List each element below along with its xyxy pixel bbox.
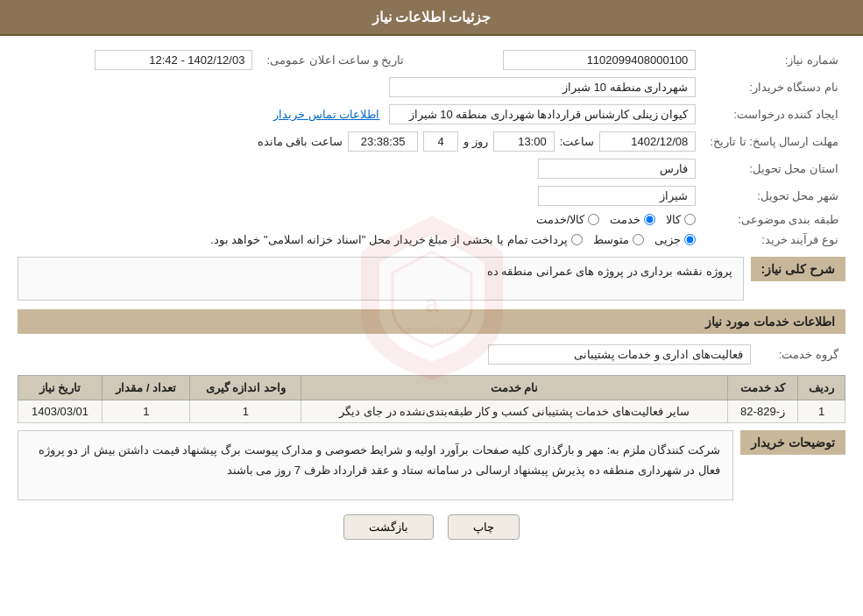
category-radio-group: کالا خدمت کالا/خدمت bbox=[25, 213, 696, 226]
purchase-type-option-esnad[interactable]: پرداخت تمام یا بخشی از مبلغ خریدار محل "… bbox=[210, 233, 583, 246]
purchase-type-label-motavasset: متوسط bbox=[593, 233, 629, 246]
deadline-label: مهلت ارسال پاسخ: تا تاریخ: bbox=[703, 128, 845, 155]
creator-value: کیوان زینلی کارشناس قراردادها شهرداری من… bbox=[389, 104, 696, 124]
col-header-date: تاریخ نیاز bbox=[18, 376, 103, 400]
service-group-label: گروه خدمت: bbox=[758, 341, 845, 368]
category-radio-kala-khedmat[interactable] bbox=[588, 214, 599, 225]
deadline-time-value: 13:00 bbox=[493, 131, 555, 152]
province-value: فارس bbox=[538, 159, 696, 179]
purchase-type-label: نوع فرآیند خرید: bbox=[703, 230, 845, 250]
cell-code: ز-829-82 bbox=[727, 400, 797, 423]
countdown-label: ساعت باقی مانده bbox=[258, 135, 343, 148]
city-label: شهر محل تحویل: bbox=[703, 182, 845, 209]
col-header-row: ردیف bbox=[798, 376, 845, 400]
announce-value: 1402/12/03 - 12:42 bbox=[95, 50, 252, 70]
category-radio-kala[interactable] bbox=[684, 214, 696, 225]
service-group-value: فعالیت‌های اداری و خدمات پشتیبانی bbox=[488, 344, 751, 365]
purchase-type-label-jozi: جزیی bbox=[654, 233, 681, 246]
need-number-value: 1102099408000100 bbox=[503, 50, 696, 70]
category-label-khedmat: خدمت bbox=[610, 213, 640, 226]
creator-contact-link[interactable]: اطلاعات تماس خریدار bbox=[273, 108, 379, 121]
page-title: جزئیات اطلاعات نیاز bbox=[372, 10, 492, 25]
purchase-type-label-esnad: پرداخت تمام یا بخشی از مبلغ خریدار محل "… bbox=[210, 233, 568, 246]
cell-row-num: 1 bbox=[798, 400, 845, 423]
category-label: طبقه بندی موضوعی: bbox=[703, 209, 845, 230]
province-label: استان محل تحویل: bbox=[703, 155, 845, 182]
services-table: ردیف کد خدمت نام خدمت واحد اندازه گیری ت… bbox=[18, 375, 845, 423]
deadline-days-label: روز و bbox=[463, 135, 488, 148]
col-header-name: نام خدمت bbox=[301, 376, 728, 400]
table-row: 1 ز-829-82 سایر فعالیت‌های خدمات پشتیبان… bbox=[18, 400, 845, 423]
cell-qty: 1 bbox=[103, 400, 190, 423]
buyer-notes-row: توضیحات خریدار شرکت کنندگان ملزم به: مهر… bbox=[18, 430, 845, 500]
purchase-type-radio-motavasset[interactable] bbox=[633, 234, 644, 245]
col-header-code: کد خدمت bbox=[727, 376, 797, 400]
category-option-kala[interactable]: کالا bbox=[666, 213, 696, 226]
purchase-type-radio-esnad[interactable] bbox=[571, 234, 583, 245]
back-button[interactable]: بازگشت bbox=[343, 514, 434, 540]
action-buttons-row: چاپ بازگشت bbox=[18, 514, 845, 540]
deadline-date-value: 1402/12/08 bbox=[599, 131, 696, 152]
buyer-notes-value: شرکت کنندگان ملزم به: مهر و بارگذاری کلی… bbox=[18, 430, 733, 500]
category-radio-khedmat[interactable] bbox=[644, 214, 655, 225]
general-desc-row: شرح کلی نیاز: پروژه نقشه برداری در پروژه… bbox=[18, 257, 845, 301]
purchase-type-radio-group: جزیی متوسط پرداخت تمام یا بخشی از مبلغ خ… bbox=[25, 233, 696, 246]
cell-name: سایر فعالیت‌های خدمات پشتیبانی کسب و کار… bbox=[301, 400, 728, 423]
purchase-type-radio-jozi[interactable] bbox=[684, 234, 696, 245]
general-desc-section-title: شرح کلی نیاز: bbox=[751, 257, 845, 281]
deadline-time-label: ساعت: bbox=[560, 135, 595, 148]
category-label-kala-khedmat: کالا/خدمت bbox=[536, 213, 585, 226]
purchase-type-option-motavasset[interactable]: متوسط bbox=[593, 233, 644, 246]
print-button[interactable]: چاپ bbox=[448, 514, 520, 540]
services-section-title: اطلاعات خدمات مورد نیاز bbox=[18, 309, 845, 334]
cell-unit: 1 bbox=[190, 400, 301, 423]
cell-date: 1403/03/01 bbox=[18, 400, 103, 423]
category-option-kala-khedmat[interactable]: کالا/خدمت bbox=[536, 213, 600, 226]
announce-label: تاریخ و ساعت اعلان عمومی: bbox=[259, 46, 411, 74]
page-header: جزئیات اطلاعات نیاز bbox=[0, 0, 863, 36]
deadline-days-value: 4 bbox=[423, 131, 458, 152]
col-header-unit: واحد اندازه گیری bbox=[190, 376, 301, 400]
general-desc-value: پروژه نقشه برداری در پروژه های عمرانی من… bbox=[18, 257, 744, 301]
category-option-khedmat[interactable]: خدمت bbox=[610, 213, 655, 226]
creator-label: ایجاد کننده درخواست: bbox=[703, 101, 845, 128]
need-number-label: شماره نیاز: bbox=[703, 46, 845, 74]
city-value: شیراز bbox=[538, 186, 696, 206]
buyer-org-value: شهرداری منطقه 10 شیراز bbox=[389, 77, 696, 97]
countdown-value: 23:38:35 bbox=[348, 131, 418, 152]
main-info-table: شماره نیاز: 1102099408000100 تاریخ و ساع… bbox=[18, 46, 845, 250]
buyer-notes-label: توضیحات خریدار bbox=[740, 430, 845, 455]
service-group-table: گروه خدمت: فعالیت‌های اداری و خدمات پشتی… bbox=[18, 341, 845, 368]
purchase-type-option-jozi[interactable]: جزیی bbox=[654, 233, 696, 246]
col-header-qty: تعداد / مقدار bbox=[103, 376, 190, 400]
buyer-org-label: نام دستگاه خریدار: bbox=[703, 74, 845, 101]
category-label-kala: کالا bbox=[666, 213, 681, 226]
